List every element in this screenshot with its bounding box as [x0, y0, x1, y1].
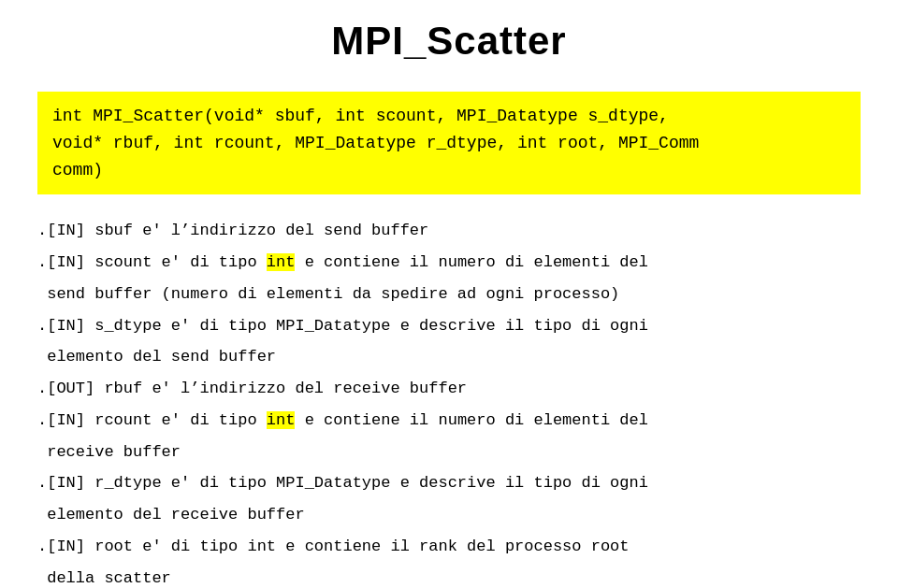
param-sdtype-line2: elemento del send buffer — [37, 343, 861, 371]
param-rbuf: .[OUT] rbuf e' l’indirizzo del receive b… — [37, 375, 861, 403]
param-root-text2: della scatter — [37, 569, 171, 587]
param-rcount-text1: .[IN] rcount e' di tipo int e contiene i… — [37, 411, 648, 429]
function-signature: int MPI_Scatter(void* sbuf, int scount, … — [37, 92, 861, 194]
signature-line2: void* rbuf, int rcount, MPI_Datatype r_d… — [52, 134, 699, 152]
param-sdtype-text1: .[IN] s_dtype e' di tipo MPI_Datatype e … — [37, 317, 648, 335]
params-list: .[IN] sbuf e' l’indirizzo del send buffe… — [37, 217, 861, 588]
param-scount-line1: .[IN] scount e' di tipo int e contiene i… — [37, 249, 861, 277]
param-root-line1: .[IN] root e' di tipo int e contiene il … — [37, 533, 861, 561]
param-root-text1: .[IN] root e' di tipo int e contiene il … — [37, 538, 630, 555]
param-scount-text1: .[IN] scount e' di tipo int e contiene i… — [37, 253, 648, 271]
param-rbuf-text: .[OUT] rbuf e' l’indirizzo del receive b… — [37, 380, 467, 397]
param-rcount-line2: receive buffer — [37, 438, 861, 466]
param-sbuf-text: .[IN] sbuf e' l’indirizzo del send buffe… — [37, 222, 428, 239]
param-sdtype-line1: .[IN] s_dtype e' di tipo MPI_Datatype e … — [37, 312, 861, 340]
param-rdtype-text2: elemento del receive buffer — [37, 506, 305, 523]
param-scount-text2: send buffer (numero di elementi da spedi… — [37, 285, 619, 303]
highlight-int-scount: int — [267, 253, 296, 271]
param-rcount-line1: .[IN] rcount e' di tipo int e contiene i… — [37, 407, 861, 435]
param-scount-line2: send buffer (numero di elementi da spedi… — [37, 280, 861, 308]
param-sdtype-text2: elemento del send buffer — [37, 348, 276, 366]
signature-line1: int MPI_Scatter(void* sbuf, int scount, … — [52, 107, 669, 125]
highlight-int-rcount: int — [267, 411, 296, 429]
page-title: MPI_Scatter — [37, 19, 861, 64]
param-rdtype-line1: .[IN] r_dtype e' di tipo MPI_Datatype e … — [37, 469, 861, 497]
param-rdtype-text1: .[IN] r_dtype e' di tipo MPI_Datatype e … — [37, 474, 648, 492]
param-root-line2: della scatter — [37, 565, 861, 588]
param-rcount-text2: receive buffer — [37, 443, 181, 461]
signature-line3: comm) — [52, 161, 103, 179]
param-rdtype-line2: elemento del receive buffer — [37, 501, 861, 529]
param-sbuf: .[IN] sbuf e' l’indirizzo del send buffe… — [37, 217, 861, 245]
